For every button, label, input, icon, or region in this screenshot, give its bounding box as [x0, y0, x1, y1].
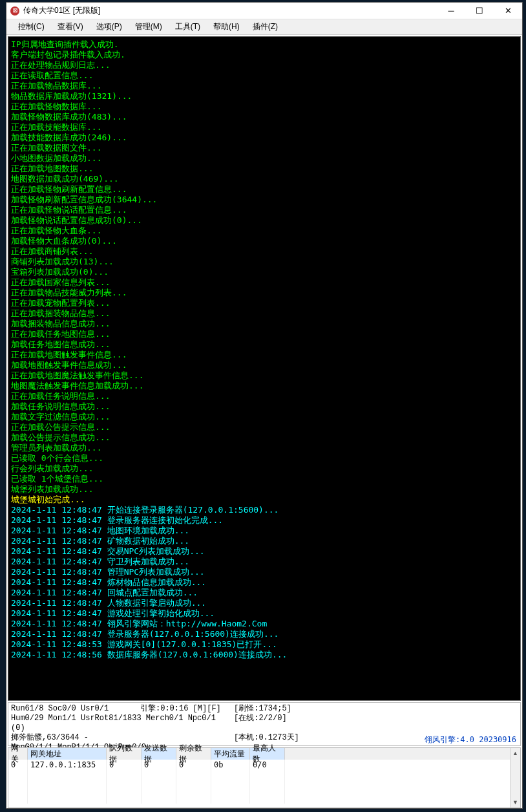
log-line: 2024-1-11 12:48:47 登录服务器(127.0.0.1:5600)…: [8, 629, 520, 639]
menu-tools[interactable]: 工具(T): [169, 20, 207, 34]
col-remain[interactable]: 剩余数据: [176, 748, 211, 760]
log-line: 加载怪物刷新配置信息成功(3644)...: [8, 195, 520, 205]
log-line: 2024-1-11 12:48:47 炼材物品信息加载成功...: [8, 577, 520, 588]
log-line: 2024-1-11 12:48:53 游戏网关[0](127.0.0.1:183…: [8, 639, 520, 650]
log-line: 正在加载地图魔法触发事件信息...: [8, 370, 520, 381]
log-line: 正在加载地图数据...: [8, 164, 520, 174]
log-line: 正在加载捆装物品信息...: [8, 308, 520, 319]
cell-send: 0: [142, 760, 176, 771]
log-line: IP归属地查询插件载入成功.: [8, 39, 520, 50]
log-line: 加载怪物数据库成功(483)...: [8, 112, 520, 122]
log-line: 2024-1-11 12:48:47 地图环境加载成功...: [8, 526, 520, 536]
log-line: 管理员列表加载成功...: [8, 443, 520, 453]
col-queue[interactable]: 队列数据: [107, 748, 142, 760]
log-line: 正在加载任务地图信息...: [8, 329, 520, 339]
grid-header: 网关 网关地址 队列数据 发送数据 剩余数据 平均流量 最高人数: [8, 748, 520, 760]
col-max[interactable]: 最高人数: [250, 748, 285, 760]
engine-version: 翎风引擎:4.0 20230916: [425, 735, 516, 745]
console-log[interactable]: IP归属地查询插件载入成功.客户端封包记录插件载入成功.正在处理物品规则日志..…: [8, 36, 521, 701]
log-line: 2024-1-11 12:48:47 翎风引擎网站：http://www.Hao…: [8, 619, 520, 629]
col-address[interactable]: 网关地址: [28, 748, 107, 760]
log-line: 2024-1-11 12:48:47 交易NPC列表加载成功...: [8, 546, 520, 557]
cell-max: 0/0: [250, 760, 285, 771]
log-line: 加载任务说明信息成功...: [8, 401, 520, 412]
status-run: Run61/8 Soc0/0 Usr0/1: [11, 704, 140, 714]
log-line: 加载文字过滤信息成功...: [8, 412, 520, 422]
log-line: 加载怪物说话配置信息成功(0)...: [8, 215, 520, 226]
log-line: 地图数据加载成功(469)...: [8, 174, 520, 184]
menu-control[interactable]: 控制(C): [12, 20, 51, 34]
log-line: 正在加载怪物大血条...: [8, 226, 520, 236]
log-line: 2024-1-11 12:48:47 矿物数据初始成功...: [8, 536, 520, 546]
col-send[interactable]: 发送数据: [142, 748, 176, 760]
log-line: 正在加载怪物数据库...: [8, 102, 520, 112]
log-line: 正在加载宠物配置列表...: [8, 298, 520, 308]
col-avg[interactable]: 平均流量: [211, 748, 250, 760]
close-button[interactable]: ✕: [494, 3, 522, 19]
status-engine-time: 引擎:0:0:16 [M][F]: [140, 704, 234, 714]
table-row[interactable]: 0 127.0.0.1:1835 0 0 0 0b 0/0: [8, 760, 520, 771]
log-line: 加载地图触发事件信息成功...: [8, 360, 520, 370]
log-line: 城堡列表加载成功...: [8, 484, 520, 495]
log-line: 加载怪物大血条成功(0)...: [8, 236, 520, 246]
log-line: 地图魔法触发事件信息加载成功...: [8, 381, 520, 391]
col-gateway[interactable]: 网关: [8, 748, 28, 760]
log-line: 正在加载任务说明信息...: [8, 391, 520, 401]
window-title: 传奇大学01区 [无限版]: [23, 5, 437, 16]
log-line: 正在加载技能数据库...: [8, 122, 520, 133]
log-line: 正在加载怪物说话配置信息...: [8, 205, 520, 215]
menu-view[interactable]: 查看(V): [51, 20, 90, 34]
minimize-button[interactable]: ─: [437, 3, 465, 19]
log-line: 正在加载地图触发事件信息...: [8, 350, 520, 360]
log-line: 商铺列表加载成功(13)...: [8, 257, 520, 267]
log-line: 正在加载商铺列表...: [8, 246, 520, 257]
titlebar[interactable]: ☒ 传奇大学01区 [无限版] ─ ☐ ✕: [6, 3, 522, 19]
log-line: 2024-1-11 12:48:47 开始连接登录服务器(127.0.0.1:5…: [8, 505, 520, 515]
grid-scrollbar[interactable]: ▲ ▼: [510, 748, 520, 807]
log-line: 物品数据库加载成功(1321)...: [8, 91, 520, 102]
status-online: [在线:2/2/0]: [234, 714, 518, 733]
app-icon: ☒: [10, 6, 19, 16]
main-window: ☒ 传奇大学01区 [无限版] ─ ☐ ✕ 控制(C) 查看(V) 选项(P) …: [6, 2, 523, 809]
table-row[interactable]: [8, 793, 520, 804]
log-line: 正在加载怪物刷新配置信息...: [8, 184, 520, 195]
menu-plugins[interactable]: 插件(Z): [246, 20, 284, 34]
menubar: 控制(C) 查看(V) 选项(P) 管理(M) 工具(T) 帮助(H) 插件(Z…: [6, 19, 522, 35]
cell-remain: 0: [176, 760, 211, 771]
log-line: 行会列表加载成功...: [8, 464, 520, 474]
log-line: 小地图数据加载成功...: [8, 153, 520, 164]
log-line: 正在加载国家信息列表...: [8, 277, 520, 288]
log-line: 已读取 1个城堡信息...: [8, 474, 520, 484]
log-line: 已读取 0个行会信息...: [8, 453, 520, 464]
scroll-down-icon[interactable]: ▼: [510, 797, 520, 807]
log-line: 2024-1-11 12:48:47 管理NPC列表加载成功...: [8, 567, 520, 577]
menu-options[interactable]: 选项(P): [90, 20, 129, 34]
log-line: 正在加载物品数据库...: [8, 81, 520, 91]
log-line: 正在处理物品规则日志...: [8, 60, 520, 70]
maximize-button[interactable]: ☐: [465, 3, 494, 19]
window-controls: ─ ☐ ✕: [437, 3, 522, 19]
log-line: 2024-1-11 12:48:47 回城点配置加载成功...: [8, 588, 520, 598]
log-line: 加载任务地图信息成功...: [8, 339, 520, 350]
cell-address: 127.0.0.1:1835: [28, 760, 107, 771]
status-spawn: [刷怪:1734;5]: [234, 704, 518, 714]
log-line: 宝箱列表加载成功(0)...: [8, 267, 520, 277]
log-line: 客户端封包记录插件载入成功.: [8, 50, 520, 60]
table-row[interactable]: [8, 782, 520, 793]
menu-help[interactable]: 帮助(H): [207, 20, 246, 34]
scroll-up-icon[interactable]: ▲: [510, 748, 520, 758]
cell-queue: 0: [107, 760, 142, 771]
status-mob: 掷斧骷髅,63/3644 -: [11, 733, 234, 743]
log-line: 加载技能数据库成功(246)...: [8, 133, 520, 143]
table-row[interactable]: [8, 771, 520, 782]
status-hum: Hum0/29 Mon1/1 UsrRot81/1833 Merch0/1 Np…: [11, 714, 234, 733]
log-line: 2024-1-11 12:48:47 守卫列表加载成功...: [8, 557, 520, 567]
log-line: 正在加载公告提示信息...: [8, 422, 520, 433]
menu-manage[interactable]: 管理(M): [129, 20, 169, 34]
log-line: 城堡城初始完成...: [8, 495, 520, 505]
log-line: 正在加载数据图文件...: [8, 143, 520, 153]
cell-gateway: 0: [8, 760, 28, 771]
log-line: 2024-1-11 12:48:47 登录服务器连接初始化完成...: [8, 515, 520, 526]
gateway-grid[interactable]: 网关 网关地址 队列数据 发送数据 剩余数据 平均流量 最高人数 0 127.0…: [8, 747, 521, 808]
log-line: 2024-1-11 12:48:56 数据库服务器(127.0.0.1:6000…: [8, 650, 520, 660]
